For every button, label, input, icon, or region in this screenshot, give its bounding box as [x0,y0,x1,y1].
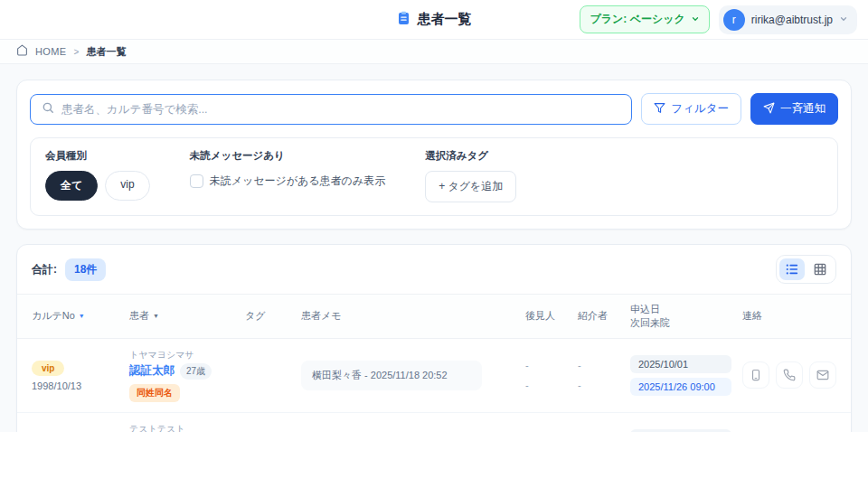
contact-cell [737,352,836,399]
column-header-tag: タグ [245,301,301,331]
chevron-down-icon [691,14,700,26]
total-count-badge: 18件 [65,258,106,281]
same-name-badge: 同姓同名 [129,384,180,402]
patient-name-link[interactable]: 認証太郎 [129,363,175,379]
mail-button[interactable] [809,361,836,389]
apply-date: 2025/10/01 [630,355,731,373]
unread-checkbox[interactable] [190,174,203,188]
broadcast-button[interactable]: 一斉通知 [750,93,838,125]
top-bar: 患者一覧 プラン: ベーシック r ririka@aibtrust.jp [0,0,868,40]
karte-number: 1998/10/13 [32,380,129,391]
unread-group: 未読メッセージあり 未読メッセージがある患者のみ表示 [190,149,386,189]
selected-tags-group: 選択済みタグ + タグを追加 [425,149,516,202]
vip-badge: vip [32,361,64,376]
memo-cell: 横田梨々香 - 2025/11/18 20:52 [301,351,525,400]
memo-cell: メモを追加 [301,424,525,432]
home-icon [16,43,28,60]
phone-button[interactable] [776,361,803,389]
funnel-icon [654,102,665,117]
member-type-label: 会員種別 [45,149,150,163]
contact-cell [737,426,836,432]
guardian-cell: - - [525,419,578,432]
breadcrumb-separator: > [74,47,80,57]
grid-view-button[interactable] [807,258,833,280]
breadcrumb-current: 患者一覧 [86,45,126,59]
column-header-apply-nextvisit: 申込日 次回来院 [630,295,737,338]
plan-badge-label: プラン: ベーシック [590,12,684,27]
table-header-row: カルテNo▼ 患者▼ タグ 患者メモ 後見人 紹介者 申込日 次回来院 連絡 [17,294,851,339]
column-header-guardian: 後見人 [525,301,578,331]
dates-cell: 2025/10/01 2025/11/26 09:00 [630,345,737,406]
patient-kana: トヤマヨシマサ [129,349,245,361]
column-header-patient[interactable]: 患者▼ [129,301,245,331]
search-box [30,94,632,125]
user-menu-button[interactable]: r ririka@aibtrust.jp [719,5,857,34]
broadcast-button-label: 一斉通知 [780,101,826,117]
chevron-down-icon [839,14,848,26]
table-body: vip 1998/10/13 トヤマヨシマサ 認証太郎 27歳 同姓同名 横田梨… [17,339,851,432]
view-toggle [776,255,836,284]
app-viewport: 患者一覧 プラン: ベーシック r ririka@aibtrust.jp HOM… [0,0,868,432]
tag-cell [245,365,301,385]
next-visit-date: 2025/11/26 09:00 [630,378,731,396]
clipboard-icon [397,11,411,28]
filter-box: 会員種別 全て vip 未読メッセージあり 未読メッセージがある患者のみ表示 選… [30,137,838,216]
referrer-cell: - - [578,419,630,432]
patient-cell: テストテスト 認証太郎 27歳 同姓同名 [129,413,245,432]
column-header-memo: 患者メモ [301,301,525,331]
table-row[interactable]: vip 1998/10/13 トヤマヨシマサ 認証太郎 27歳 同姓同名 横田梨… [17,339,851,413]
column-header-contact: 連絡 [737,301,836,331]
list-view-button[interactable] [779,258,805,280]
apply-date: 2025/09/26 [630,429,731,432]
breadcrumb: HOME > 患者一覧 [0,40,868,64]
guardian-cell: - - [525,345,578,405]
selected-tags-label: 選択済みタグ [425,149,516,163]
user-email: ririka@aibtrust.jp [751,14,833,26]
filter-button[interactable]: フィルター [641,93,741,125]
patient-kana: テストテスト [129,423,245,432]
add-tag-button[interactable]: + タグを追加 [425,171,516,202]
member-filter-all[interactable]: 全て [45,171,98,201]
search-filter-card: フィルター 一斉通知 会員種別 全て vip [16,80,852,230]
member-filter-vip[interactable]: vip [105,171,149,201]
filter-button-label: フィルター [671,101,729,117]
search-icon [42,101,54,117]
sort-desc-icon: ▼ [79,312,85,320]
send-icon [763,102,775,117]
karte-cell: vip 1998/10/13 [32,349,129,401]
unread-checkbox-row[interactable]: 未読メッセージがある患者のみ表示 [190,174,386,189]
plan-badge-button[interactable]: プラン: ベーシック [580,5,709,33]
patient-cell: トヤマヨシマサ 認証太郎 27歳 同姓同名 [129,339,245,412]
page-title-text: 患者一覧 [418,11,472,28]
patient-table-card: 合計: 18件 カルテNo▼ 患者▼ [16,244,852,432]
age-badge: 27歳 [180,363,212,380]
memo-text[interactable]: 横田梨々香 - 2025/11/18 20:52 [301,361,482,390]
search-input[interactable] [61,103,620,116]
member-type-group: 会員種別 全て vip [45,149,150,201]
breadcrumb-home-link[interactable]: HOME [35,46,67,57]
avatar: r [723,9,745,31]
total-label: 合計: [32,262,57,277]
column-header-referrer: 紹介者 [578,301,630,331]
table-row[interactable]: 1998/10/13 テストテスト 認証太郎 27歳 同姓同名 メモを追加 - … [17,413,851,432]
page-title: 患者一覧 [397,11,472,28]
sms-button[interactable] [742,361,769,389]
referrer-cell: - - [578,345,630,405]
unread-label: 未読メッセージあり [190,149,386,163]
unread-checkbox-label: 未読メッセージがある患者のみ表示 [210,174,386,189]
sort-desc-icon: ▼ [153,312,159,320]
column-header-karte[interactable]: カルテNo▼ [32,301,129,331]
dates-cell: 2025/09/26 2025/11/28 09:00 [630,419,737,432]
